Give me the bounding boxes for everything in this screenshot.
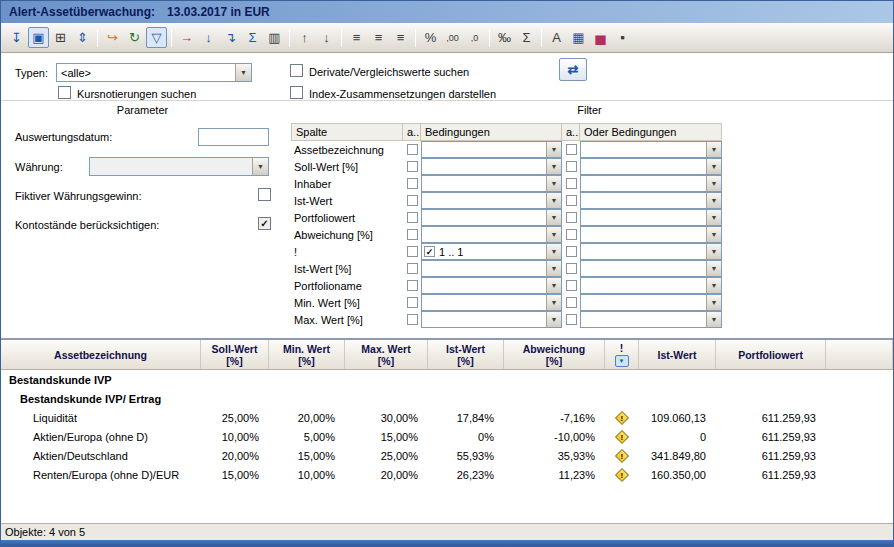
align-center-icon[interactable]: ≡: [368, 27, 389, 48]
column-header-abweichung[interactable]: Abweichung[%]: [504, 340, 605, 369]
chevron-down-icon[interactable]: ▼: [706, 244, 721, 259]
grid-view-icon[interactable]: ▦: [568, 27, 589, 48]
or-checkbox[interactable]: [566, 314, 577, 325]
auswertungsdatum-input[interactable]: [198, 128, 269, 146]
chevron-down-icon[interactable]: ▼: [546, 193, 561, 208]
bedingungen-combo[interactable]: ▼: [421, 226, 562, 243]
or-checkbox[interactable]: [566, 161, 577, 172]
derivate-checkbox[interactable]: [290, 64, 303, 77]
and-checkbox[interactable]: [407, 144, 418, 155]
and-checkbox[interactable]: [407, 280, 418, 291]
chevron-down-icon[interactable]: ▼: [706, 176, 721, 191]
chevron-down-icon[interactable]: ▼: [546, 176, 561, 191]
bedingungen-combo[interactable]: ▼: [421, 311, 562, 328]
bool-filter-checkbox[interactable]: ✓: [424, 246, 435, 257]
column-header-alert[interactable]: !▼: [605, 340, 639, 369]
filter-icon[interactable]: ▽: [146, 27, 167, 48]
or-checkbox[interactable]: [566, 195, 577, 206]
chevron-down-icon[interactable]: ▼: [546, 142, 561, 157]
oder-bedingungen-combo[interactable]: ▼: [580, 260, 722, 277]
or-checkbox[interactable]: [566, 280, 577, 291]
oder-bedingungen-combo[interactable]: ▼: [580, 243, 722, 260]
index-checkbox[interactable]: [290, 86, 303, 99]
chevron-down-icon[interactable]: ▼: [546, 210, 561, 225]
bedingungen-combo[interactable]: ▼: [421, 158, 562, 175]
oder-bedingungen-combo[interactable]: ▼: [580, 175, 722, 192]
alert-filter-dropdown[interactable]: ▼: [615, 355, 629, 367]
typen-combobox[interactable]: <alle> ▼: [56, 63, 252, 82]
oder-bedingungen-combo[interactable]: ▼: [580, 226, 722, 243]
column-header-assetbezeichnung[interactable]: Assetbezeichnung: [1, 340, 201, 369]
expand-rows-icon[interactable]: ⇕: [72, 27, 93, 48]
chevron-down-icon[interactable]: ▼: [546, 278, 561, 293]
align-right-icon[interactable]: ≡: [390, 27, 411, 48]
expand-branch-icon[interactable]: ↴: [220, 27, 241, 48]
group-row-kunde[interactable]: Bestandskunde IVP: [1, 370, 893, 389]
chevron-down-icon[interactable]: ▼: [706, 312, 721, 327]
and-checkbox[interactable]: [407, 263, 418, 274]
chevron-down-icon[interactable]: ▼: [706, 227, 721, 242]
and-checkbox[interactable]: [407, 212, 418, 223]
and-checkbox[interactable]: [407, 314, 418, 325]
and-checkbox[interactable]: [407, 178, 418, 189]
or-checkbox[interactable]: [566, 229, 577, 240]
column-header-soll-wert[interactable]: Soll-Wert[%]: [201, 340, 269, 369]
bedingungen-combo[interactable]: ▼: [421, 294, 562, 311]
sum-icon[interactable]: Σ: [516, 27, 537, 48]
chevron-down-icon[interactable]: ▼: [706, 193, 721, 208]
new-window-icon[interactable]: ⊞: [50, 27, 71, 48]
or-checkbox[interactable]: [566, 144, 577, 155]
table-row[interactable]: Renten/Europa (ohne D)/EUR 15,00% 10,00%…: [1, 465, 893, 484]
chevron-down-icon[interactable]: ▼: [706, 159, 721, 174]
export-report-icon[interactable]: ↧: [6, 27, 27, 48]
or-checkbox[interactable]: [566, 297, 577, 308]
kursnotierungen-checkbox[interactable]: [58, 86, 71, 99]
oder-bedingungen-combo[interactable]: ▼: [580, 192, 722, 209]
chevron-down-icon[interactable]: ▼: [546, 261, 561, 276]
chevron-down-icon[interactable]: ▼: [706, 210, 721, 225]
align-left-icon[interactable]: ≡: [346, 27, 367, 48]
oder-bedingungen-combo[interactable]: ▼: [580, 141, 722, 158]
and-checkbox[interactable]: [407, 297, 418, 308]
chart-view-icon[interactable]: ▅: [590, 27, 611, 48]
column-header-ist-wert-pct[interactable]: Ist-Wert[%]: [428, 340, 504, 369]
sort-ascending-icon[interactable]: ↑: [294, 27, 315, 48]
font-icon[interactable]: A: [546, 27, 567, 48]
or-checkbox[interactable]: [566, 212, 577, 223]
bedingungen-combo[interactable]: ▼: [421, 175, 562, 192]
oder-bedingungen-combo[interactable]: ▼: [580, 294, 722, 311]
oder-bedingungen-combo[interactable]: ▼: [580, 209, 722, 226]
drill-forward-icon[interactable]: →: [176, 27, 197, 48]
oder-bedingungen-combo[interactable]: ▼: [580, 311, 722, 328]
and-checkbox[interactable]: [407, 195, 418, 206]
bedingungen-combo[interactable]: ▼: [421, 192, 562, 209]
fiktiver-waehrungsgewinn-checkbox[interactable]: [258, 188, 271, 201]
group-row-portfolio[interactable]: Bestandskunde IVP/ Ertrag: [1, 389, 893, 408]
waehrung-combobox[interactable]: ▼: [89, 157, 269, 176]
refresh-icon[interactable]: ↻: [124, 27, 145, 48]
column-header-max-wert[interactable]: Max. Wert[%]: [345, 340, 428, 369]
or-checkbox[interactable]: [566, 263, 577, 274]
thousands-format-icon[interactable]: ‰: [494, 27, 515, 48]
refresh-button[interactable]: ⇄: [559, 58, 587, 81]
chevron-down-icon[interactable]: ▼: [706, 278, 721, 293]
kontostaende-checkbox[interactable]: ✓: [258, 217, 271, 230]
bedingungen-combo[interactable]: ▼: [421, 277, 562, 294]
or-checkbox[interactable]: [566, 246, 577, 257]
chevron-down-icon[interactable]: ▼: [706, 142, 721, 157]
close-view-icon[interactable]: ↪: [102, 27, 123, 48]
column-header-min-wert[interactable]: Min. Wert[%]: [269, 340, 345, 369]
pin-view-icon[interactable]: ▣: [28, 27, 49, 48]
bedingungen-combo[interactable]: ✓1 .. 1▼: [421, 243, 562, 260]
and-checkbox[interactable]: [407, 229, 418, 240]
sort-descending-icon[interactable]: ↓: [316, 27, 337, 48]
details-icon[interactable]: ▪: [612, 27, 633, 48]
chevron-down-icon[interactable]: ▼: [546, 244, 561, 259]
bedingungen-combo[interactable]: ▼: [421, 209, 562, 226]
or-checkbox[interactable]: [566, 178, 577, 189]
bedingungen-combo[interactable]: ▼: [421, 260, 562, 277]
percent-format-icon[interactable]: %: [420, 27, 441, 48]
remove-decimal-icon[interactable]: ,0: [464, 27, 485, 48]
chevron-down-icon[interactable]: ▼: [546, 159, 561, 174]
chevron-down-icon[interactable]: ▼: [546, 227, 561, 242]
